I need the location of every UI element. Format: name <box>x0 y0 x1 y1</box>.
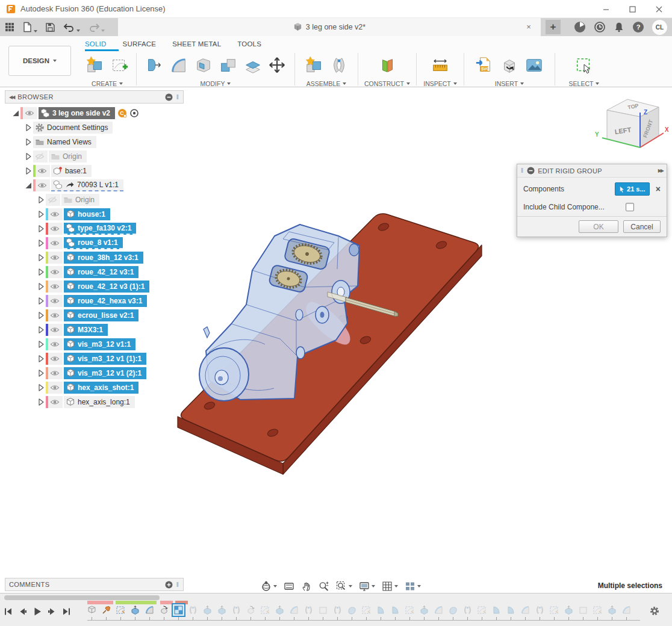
revolve-feature-icon[interactable] <box>390 605 400 615</box>
create-sketch-button[interactable] <box>110 56 129 75</box>
derive-button[interactable] <box>500 56 519 75</box>
dialog-expand-icon[interactable]: ▶▶ <box>658 168 663 173</box>
visibility-eye-icon[interactable] <box>50 267 60 277</box>
sketch-feature-icon[interactable] <box>361 605 372 615</box>
tree-item-roue-8-v1-1[interactable]: roue_8 v1:1 <box>64 237 123 249</box>
sketch-feature-icon[interactable] <box>593 605 603 615</box>
visibility-eye-icon[interactable] <box>50 325 60 335</box>
tree-item-base-1[interactable]: base:1 <box>51 165 92 177</box>
undo-button[interactable] <box>63 22 80 32</box>
tree-item-vis-m3-12-v1-1-1[interactable]: vis_m3_12 v1 (1):1 <box>64 353 146 365</box>
timeline-feature-joint[interactable] <box>460 605 474 620</box>
box-feature-icon[interactable] <box>318 605 328 615</box>
viewports-tool-button[interactable] <box>405 581 421 592</box>
tree-row-origin[interactable]: Origin <box>5 193 149 207</box>
expand-arrow-icon[interactable] <box>36 209 46 219</box>
fillet-feature-icon[interactable] <box>145 605 155 615</box>
ribbon-group-label[interactable]: SELECT <box>569 80 600 87</box>
box-feature-icon[interactable] <box>578 605 588 615</box>
pin-feature-icon[interactable] <box>101 605 111 615</box>
timeline-settings-gear-icon[interactable] <box>649 606 660 616</box>
timeline-feature-box[interactable] <box>576 605 590 620</box>
extrude-feature-icon[interactable] <box>607 605 617 615</box>
account-avatar[interactable]: CL <box>652 20 667 35</box>
display-settings-tool-button[interactable] <box>359 581 375 592</box>
timeline-feature-revolve[interactable] <box>373 605 388 620</box>
tree-item-hex-axis-shot-1[interactable]: hex_axis_shot:1 <box>64 382 138 394</box>
chevron-down-icon[interactable] <box>349 585 352 587</box>
visibility-eye-icon[interactable] <box>50 368 60 378</box>
joint-feature-icon[interactable] <box>231 605 241 615</box>
rigid-group-feature-icon[interactable] <box>173 605 184 615</box>
expand-arrow-icon[interactable] <box>36 296 46 306</box>
tree-item-house-1[interactable]: house:1 <box>64 208 110 220</box>
look-at-tool-button[interactable] <box>284 581 294 592</box>
visibility-eye-icon[interactable] <box>50 238 60 248</box>
timeline-feature-sketch[interactable] <box>474 605 489 620</box>
ribbon-tab-sheet-metal[interactable]: SHEET METAL <box>172 40 221 48</box>
redo-button[interactable] <box>88 22 105 32</box>
visibility-eye-icon[interactable] <box>50 224 60 234</box>
timeline-feature-joint[interactable] <box>185 605 200 620</box>
tree-row-house-1[interactable]: house:1 <box>5 207 149 222</box>
ribbon-group-label[interactable]: MODIFY <box>201 80 231 87</box>
expand-arrow-icon[interactable] <box>23 123 33 132</box>
timeline-feature-extrude[interactable] <box>128 605 142 620</box>
ribbon-tab-tools[interactable]: TOOLS <box>237 40 261 48</box>
tree-item-vis-m3-12-v1-2-1[interactable]: vis_m3_12 v1 (2):1 <box>64 367 146 379</box>
cancel-button[interactable]: Cancel <box>623 220 661 233</box>
tree-row-vis-m3-12-v1-2-1[interactable]: vis_m3_12 v1 (2):1 <box>5 366 149 380</box>
fillet-button[interactable] <box>169 56 188 75</box>
timeline-feature-form[interactable] <box>446 605 460 620</box>
offset-face-button[interactable] <box>243 56 263 75</box>
visibility-eye-icon[interactable] <box>50 311 60 320</box>
expand-arrow-icon[interactable] <box>36 224 46 234</box>
document-tab[interactable]: 3 leg one side v2* × <box>118 18 541 36</box>
timeline-feature-insert[interactable] <box>243 605 258 620</box>
sketch-feature-icon[interactable] <box>549 605 559 615</box>
fillet-feature-icon[interactable] <box>520 605 530 615</box>
panel-minimize-icon[interactable] <box>165 93 173 101</box>
zoom-tool-button[interactable] <box>319 581 329 592</box>
notifications-bell-icon[interactable] <box>614 21 624 33</box>
comments-panel-header[interactable]: COMMENTS ‖ <box>5 578 184 591</box>
play-button[interactable] <box>33 607 42 616</box>
extrude-feature-icon[interactable] <box>275 605 285 615</box>
ribbon-tab-surface[interactable]: SURFACE <box>123 40 157 48</box>
tree-item-document-settings[interactable]: Document Settings <box>33 122 113 134</box>
timeline-feature-joint[interactable] <box>330 605 344 620</box>
visibility-eye-icon[interactable] <box>50 209 60 219</box>
joint-feature-icon[interactable] <box>462 605 473 615</box>
visibility-eye-icon[interactable] <box>50 383 60 392</box>
collapse-arrow-icon[interactable] <box>11 108 20 118</box>
timeline-feature-revolve[interactable] <box>489 605 503 620</box>
timeline-feature-component[interactable] <box>84 605 99 620</box>
new-component-button[interactable] <box>305 56 324 75</box>
sketch-feature-icon[interactable] <box>116 605 126 615</box>
expand-arrow-icon[interactable] <box>36 325 46 335</box>
timeline-feature-sketch[interactable] <box>113 605 128 620</box>
dialog-collapse-icon[interactable] <box>527 167 535 175</box>
expand-arrow-icon[interactable] <box>23 152 33 161</box>
tree-item-roue-42-12-v3-1-1[interactable]: roue_42_12 v3 (1):1 <box>64 280 149 293</box>
ribbon-group-label[interactable]: ASSEMBLE <box>306 80 347 87</box>
tree-row-ecrou-lisse-v2-1[interactable]: ecrou_lisse v2:1 <box>5 308 149 323</box>
tree-row-vis-m3-12-v1-1-1[interactable]: vis_m3_12 v1 (1):1 <box>5 352 149 366</box>
tree-item-vis-m3-12-v1-1[interactable]: vis_m3_12 v1:1 <box>64 338 135 350</box>
save-button[interactable] <box>45 22 55 33</box>
timeline-feature-sketch[interactable] <box>547 605 561 620</box>
maximize-button[interactable] <box>619 0 646 18</box>
expand-arrow-icon[interactable] <box>23 137 33 147</box>
tree-row-roue-42-12-v3-1[interactable]: roue_42_12 v3:1 <box>5 265 149 279</box>
pan-tool-button[interactable] <box>301 581 312 592</box>
visibility-eye-icon[interactable] <box>50 397 60 407</box>
timeline-feature-extrude[interactable] <box>605 605 619 620</box>
tree-item-m3x3-1[interactable]: M3X3:1 <box>64 324 108 336</box>
expand-arrow-icon[interactable] <box>36 282 46 291</box>
insert-feature-icon[interactable] <box>159 605 169 615</box>
tree-row-document-settings[interactable]: Document Settings <box>5 120 149 135</box>
ribbon-group-label[interactable]: INSPECT <box>423 80 457 87</box>
include-children-checkbox[interactable] <box>626 203 634 211</box>
combine-button[interactable] <box>219 56 238 75</box>
timeline-feature-rigid-group[interactable] <box>171 605 185 620</box>
